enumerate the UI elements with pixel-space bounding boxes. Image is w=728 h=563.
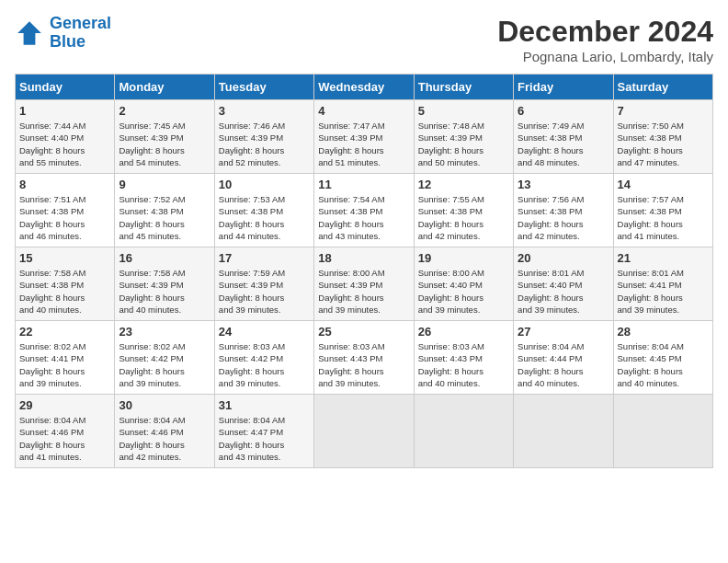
day-info: Sunrise: 8:04 AM Sunset: 4:46 PM Dayligh… <box>119 414 210 463</box>
day-number: 6 <box>518 104 609 118</box>
day-info: Sunrise: 8:04 AM Sunset: 4:44 PM Dayligh… <box>518 340 609 389</box>
day-number: 30 <box>119 398 210 412</box>
day-info: Sunrise: 8:04 AM Sunset: 4:46 PM Dayligh… <box>19 414 110 463</box>
calendar-table: Sunday Monday Tuesday Wednesday Thursday… <box>15 74 713 468</box>
calendar-cell: 9Sunrise: 7:52 AM Sunset: 4:38 PM Daylig… <box>115 174 214 247</box>
calendar-cell <box>613 395 712 468</box>
calendar-cell: 31Sunrise: 8:04 AM Sunset: 4:47 PM Dayli… <box>214 395 313 468</box>
day-number: 1 <box>19 104 110 118</box>
day-number: 4 <box>318 104 409 118</box>
day-number: 20 <box>518 251 609 265</box>
calendar-cell: 10Sunrise: 7:53 AM Sunset: 4:38 PM Dayli… <box>214 174 313 247</box>
day-info: Sunrise: 8:02 AM Sunset: 4:41 PM Dayligh… <box>19 340 110 389</box>
day-info: Sunrise: 7:59 AM Sunset: 4:39 PM Dayligh… <box>219 267 310 316</box>
day-number: 8 <box>19 178 110 191</box>
day-number: 10 <box>219 178 310 191</box>
day-number: 18 <box>318 251 409 265</box>
calendar-cell: 20Sunrise: 8:01 AM Sunset: 4:40 PM Dayli… <box>514 247 613 321</box>
day-number: 22 <box>19 325 110 339</box>
calendar-cell: 22Sunrise: 8:02 AM Sunset: 4:41 PM Dayli… <box>16 321 115 395</box>
day-info: Sunrise: 7:45 AM Sunset: 4:39 PM Dayligh… <box>119 120 210 168</box>
day-number: 2 <box>119 104 210 118</box>
calendar-cell: 24Sunrise: 8:03 AM Sunset: 4:42 PM Dayli… <box>214 321 313 395</box>
calendar-cell: 29Sunrise: 8:04 AM Sunset: 4:46 PM Dayli… <box>16 395 115 468</box>
calendar-week-0: 1Sunrise: 7:44 AM Sunset: 4:40 PM Daylig… <box>16 100 713 174</box>
calendar-cell: 4Sunrise: 7:47 AM Sunset: 4:39 PM Daylig… <box>314 100 414 174</box>
title-area: December 2024 Pognana Lario, Lombardy, I… <box>497 15 713 64</box>
calendar-cell: 8Sunrise: 7:51 AM Sunset: 4:38 PM Daylig… <box>16 174 115 247</box>
day-number: 28 <box>618 325 709 339</box>
day-number: 26 <box>418 325 509 339</box>
calendar-cell: 18Sunrise: 8:00 AM Sunset: 4:39 PM Dayli… <box>314 247 414 321</box>
day-info: Sunrise: 7:58 AM Sunset: 4:38 PM Dayligh… <box>19 267 110 316</box>
day-number: 24 <box>219 325 310 339</box>
calendar-cell: 11Sunrise: 7:54 AM Sunset: 4:38 PM Dayli… <box>314 174 414 247</box>
day-info: Sunrise: 8:00 AM Sunset: 4:39 PM Dayligh… <box>318 267 409 316</box>
day-number: 3 <box>219 104 310 118</box>
day-number: 23 <box>119 325 210 339</box>
calendar-cell: 27Sunrise: 8:04 AM Sunset: 4:44 PM Dayli… <box>514 321 613 395</box>
calendar-cell: 25Sunrise: 8:03 AM Sunset: 4:43 PM Dayli… <box>314 321 414 395</box>
day-info: Sunrise: 8:02 AM Sunset: 4:42 PM Dayligh… <box>119 340 210 389</box>
calendar-cell: 21Sunrise: 8:01 AM Sunset: 4:41 PM Dayli… <box>613 247 712 321</box>
day-number: 13 <box>518 178 609 191</box>
calendar-week-2: 15Sunrise: 7:58 AM Sunset: 4:38 PM Dayli… <box>16 247 713 321</box>
col-saturday: Saturday <box>613 75 712 100</box>
day-info: Sunrise: 7:53 AM Sunset: 4:38 PM Dayligh… <box>219 193 310 242</box>
day-info: Sunrise: 7:57 AM Sunset: 4:38 PM Dayligh… <box>618 193 709 242</box>
calendar-cell: 28Sunrise: 8:04 AM Sunset: 4:45 PM Dayli… <box>613 321 712 395</box>
calendar-cell: 7Sunrise: 7:50 AM Sunset: 4:38 PM Daylig… <box>613 100 712 174</box>
day-info: Sunrise: 7:58 AM Sunset: 4:39 PM Dayligh… <box>119 267 210 316</box>
day-info: Sunrise: 7:47 AM Sunset: 4:39 PM Dayligh… <box>318 120 409 168</box>
col-thursday: Thursday <box>414 75 513 100</box>
day-info: Sunrise: 8:01 AM Sunset: 4:41 PM Dayligh… <box>618 267 709 316</box>
day-number: 31 <box>219 398 310 412</box>
day-number: 5 <box>418 104 509 118</box>
col-tuesday: Tuesday <box>214 75 313 100</box>
day-info: Sunrise: 8:03 AM Sunset: 4:42 PM Dayligh… <box>219 340 310 389</box>
calendar-cell: 23Sunrise: 8:02 AM Sunset: 4:42 PM Dayli… <box>115 321 214 395</box>
header: General Blue December 2024 Pognana Lario… <box>15 15 713 64</box>
calendar-cell: 14Sunrise: 7:57 AM Sunset: 4:38 PM Dayli… <box>613 174 712 247</box>
day-info: Sunrise: 8:04 AM Sunset: 4:47 PM Dayligh… <box>219 414 310 463</box>
logo-text: General Blue <box>50 15 111 52</box>
day-info: Sunrise: 7:44 AM Sunset: 4:40 PM Dayligh… <box>19 120 110 168</box>
day-number: 21 <box>618 251 709 265</box>
calendar-cell: 17Sunrise: 7:59 AM Sunset: 4:39 PM Dayli… <box>214 247 313 321</box>
day-number: 29 <box>19 398 110 412</box>
calendar-cell: 12Sunrise: 7:55 AM Sunset: 4:38 PM Dayli… <box>414 174 513 247</box>
header-row: Sunday Monday Tuesday Wednesday Thursday… <box>16 75 713 100</box>
col-wednesday: Wednesday <box>314 75 414 100</box>
calendar-cell: 30Sunrise: 8:04 AM Sunset: 4:46 PM Dayli… <box>115 395 214 468</box>
day-number: 16 <box>119 251 210 265</box>
calendar-cell: 13Sunrise: 7:56 AM Sunset: 4:38 PM Dayli… <box>514 174 613 247</box>
calendar-week-1: 8Sunrise: 7:51 AM Sunset: 4:38 PM Daylig… <box>16 174 713 247</box>
calendar-cell <box>314 395 414 468</box>
day-number: 17 <box>219 251 310 265</box>
day-number: 19 <box>418 251 509 265</box>
day-info: Sunrise: 7:52 AM Sunset: 4:38 PM Dayligh… <box>119 193 210 242</box>
day-number: 7 <box>618 104 709 118</box>
col-monday: Monday <box>115 75 214 100</box>
calendar-cell: 16Sunrise: 7:58 AM Sunset: 4:39 PM Dayli… <box>115 247 214 321</box>
col-friday: Friday <box>514 75 613 100</box>
calendar-cell: 15Sunrise: 7:58 AM Sunset: 4:38 PM Dayli… <box>16 247 115 321</box>
calendar-cell <box>414 395 513 468</box>
day-info: Sunrise: 7:50 AM Sunset: 4:38 PM Dayligh… <box>618 120 709 168</box>
day-number: 27 <box>518 325 609 339</box>
calendar-week-3: 22Sunrise: 8:02 AM Sunset: 4:41 PM Dayli… <box>16 321 713 395</box>
day-number: 14 <box>618 178 709 191</box>
logo: General Blue <box>15 15 111 52</box>
day-info: Sunrise: 7:46 AM Sunset: 4:39 PM Dayligh… <box>219 120 310 168</box>
day-info: Sunrise: 8:03 AM Sunset: 4:43 PM Dayligh… <box>318 340 409 389</box>
day-info: Sunrise: 7:48 AM Sunset: 4:39 PM Dayligh… <box>418 120 509 168</box>
day-number: 25 <box>318 325 409 339</box>
day-number: 11 <box>318 178 409 191</box>
day-info: Sunrise: 8:01 AM Sunset: 4:40 PM Dayligh… <box>518 267 609 316</box>
calendar-cell: 3Sunrise: 7:46 AM Sunset: 4:39 PM Daylig… <box>214 100 313 174</box>
day-info: Sunrise: 7:56 AM Sunset: 4:38 PM Dayligh… <box>518 193 609 242</box>
calendar-cell: 26Sunrise: 8:03 AM Sunset: 4:43 PM Dayli… <box>414 321 513 395</box>
day-number: 15 <box>19 251 110 265</box>
day-info: Sunrise: 7:54 AM Sunset: 4:38 PM Dayligh… <box>318 193 409 242</box>
calendar-cell: 6Sunrise: 7:49 AM Sunset: 4:38 PM Daylig… <box>514 100 613 174</box>
